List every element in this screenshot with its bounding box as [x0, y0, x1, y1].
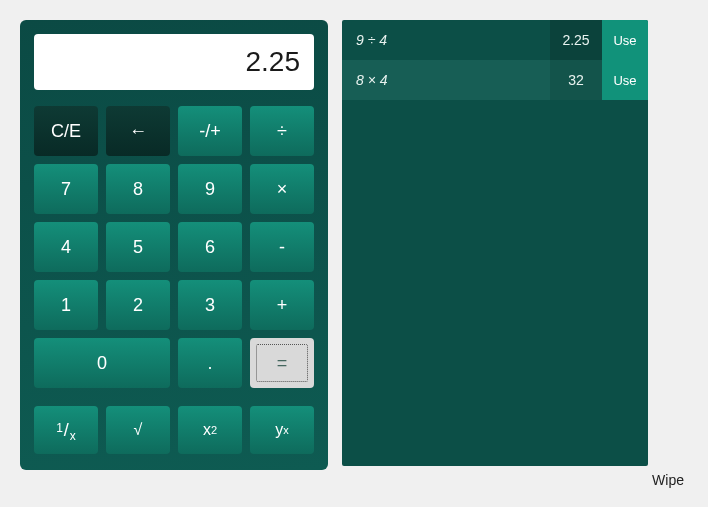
clear-button[interactable]: C/E: [34, 106, 98, 156]
digit-6-button[interactable]: 6: [178, 222, 242, 272]
history-result: 2.25: [550, 20, 602, 60]
digit-9-button[interactable]: 9: [178, 164, 242, 214]
history-use-button[interactable]: Use: [602, 60, 648, 100]
reciprocal-slash: /: [64, 420, 69, 441]
calculator-panel: 2.25 C/E ← -/+ ÷ 7 8 9 × 4 5 6 - 1 2 3 +…: [20, 20, 328, 470]
history-expression: 8 × 4: [342, 60, 550, 100]
wipe-button[interactable]: Wipe: [652, 472, 684, 488]
history-row: 9 ÷ 4 2.25 Use: [342, 20, 648, 60]
reciprocal-denominator: x: [70, 429, 76, 443]
decimal-button[interactable]: .: [178, 338, 242, 388]
negate-button[interactable]: -/+: [178, 106, 242, 156]
minus-button[interactable]: -: [250, 222, 314, 272]
power-base: y: [275, 421, 283, 439]
reciprocal-button[interactable]: 1 / x: [34, 406, 98, 454]
history-expression: 9 ÷ 4: [342, 20, 550, 60]
history-panel: 9 ÷ 4 2.25 Use 8 × 4 32 Use: [342, 20, 648, 466]
square-button[interactable]: x2: [178, 406, 242, 454]
calculator-keypad: C/E ← -/+ ÷ 7 8 9 × 4 5 6 - 1 2 3 + 0 . …: [34, 106, 314, 388]
digit-1-button[interactable]: 1: [34, 280, 98, 330]
power-exp: x: [283, 424, 289, 436]
multiply-button[interactable]: ×: [250, 164, 314, 214]
calculator-display: 2.25: [34, 34, 314, 90]
digit-5-button[interactable]: 5: [106, 222, 170, 272]
digit-8-button[interactable]: 8: [106, 164, 170, 214]
square-exp: 2: [211, 424, 217, 436]
backspace-button[interactable]: ←: [106, 106, 170, 156]
history-use-button[interactable]: Use: [602, 20, 648, 60]
scientific-row: 1 / x √ x2 yx: [34, 406, 314, 454]
equals-button[interactable]: =: [250, 338, 314, 388]
history-wrap: 9 ÷ 4 2.25 Use 8 × 4 32 Use Wipe: [342, 20, 688, 488]
digit-4-button[interactable]: 4: [34, 222, 98, 272]
digit-0-button[interactable]: 0: [34, 338, 170, 388]
digit-7-button[interactable]: 7: [34, 164, 98, 214]
reciprocal-numerator: 1: [56, 421, 63, 435]
square-base: x: [203, 421, 211, 439]
plus-button[interactable]: +: [250, 280, 314, 330]
divide-button[interactable]: ÷: [250, 106, 314, 156]
digit-2-button[interactable]: 2: [106, 280, 170, 330]
history-row: 8 × 4 32 Use: [342, 60, 648, 100]
power-button[interactable]: yx: [250, 406, 314, 454]
display-value: 2.25: [246, 46, 301, 78]
history-result: 32: [550, 60, 602, 100]
sqrt-button[interactable]: √: [106, 406, 170, 454]
digit-3-button[interactable]: 3: [178, 280, 242, 330]
